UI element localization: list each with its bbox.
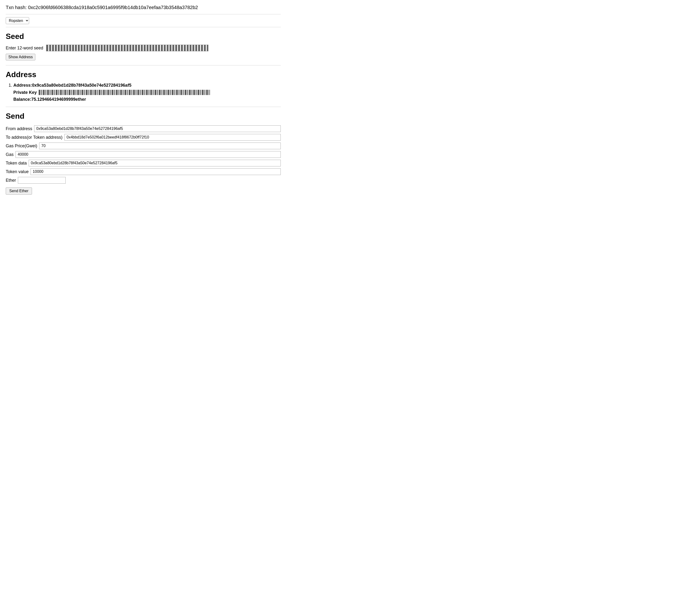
from-address-label: From address — [6, 126, 32, 131]
from-address-input[interactable] — [34, 125, 281, 132]
address-line: Address:0x9ca53a80ebd1d28b78f43a50e74e52… — [13, 83, 281, 88]
address-item-label: Address: — [13, 83, 32, 88]
address-item-1: Address:0x9ca53a80ebd1d28b78f43a50e74e52… — [13, 83, 281, 102]
balance-line: Balance:75.1294664194699999ether — [13, 97, 281, 102]
seed-section: Seed Enter 12-word seed Show Address — [6, 32, 281, 61]
seed-row: Enter 12-word seed — [6, 45, 281, 51]
seed-label: Enter 12-word seed — [6, 45, 43, 51]
address-title: Address — [6, 70, 281, 79]
gas-input[interactable] — [15, 151, 281, 158]
send-section: Send From address To address(or Token ad… — [6, 112, 281, 195]
network-selector-wrapper: Ropsten Mainnet Kovan Rinkeby — [6, 17, 281, 24]
divider-1 — [6, 14, 281, 14]
token-data-label: Token data — [6, 161, 27, 166]
private-key-blur — [39, 90, 211, 95]
divider-4 — [6, 107, 281, 107]
private-key-label: Private Key — [13, 90, 37, 95]
network-select[interactable]: Ropsten Mainnet Kovan Rinkeby — [6, 17, 29, 24]
gas-label: Gas — [6, 152, 14, 157]
seed-title: Seed — [6, 32, 281, 41]
send-ether-button[interactable]: Send Ether — [6, 187, 32, 195]
token-value-input[interactable] — [30, 168, 281, 175]
private-key-line: Private Key — [13, 90, 281, 95]
ether-row: Ether — [6, 177, 281, 184]
gas-price-input[interactable] — [39, 143, 281, 149]
txn-hash-label: Txn hash: — [6, 5, 27, 10]
token-data-input[interactable] — [29, 160, 281, 167]
txn-hash: Txn hash: 0xc2c906fd6606388cda1918a0c590… — [6, 5, 281, 10]
to-address-label: To address(or Token address) — [6, 135, 63, 140]
gas-price-label: Gas Price(Gwei) — [6, 144, 37, 148]
address-section: Address Address:0x9ca53a80ebd1d28b78f43a… — [6, 70, 281, 102]
token-data-row: Token data — [6, 160, 281, 167]
gas-price-row: Gas Price(Gwei) — [6, 143, 281, 149]
address-item-value: 0x9ca53a80ebd1d28b78f43a50e74e527284196a… — [32, 83, 131, 88]
balance-label: Balance: — [13, 97, 31, 102]
to-address-input[interactable] — [64, 134, 281, 141]
seed-input[interactable] — [46, 45, 208, 51]
token-value-label: Token value — [6, 169, 29, 174]
balance-value: 75.1294664194699999ether — [31, 97, 86, 102]
ether-label: Ether — [6, 178, 16, 183]
ether-input[interactable] — [18, 177, 66, 184]
txn-hash-value: 0xc2c906fd6606388cda1918a0c5901a6995f9b1… — [28, 5, 198, 10]
show-address-button[interactable]: Show Address — [6, 54, 35, 61]
token-value-row: Token value — [6, 168, 281, 175]
to-address-row: To address(or Token address) — [6, 134, 281, 141]
address-list: Address:0x9ca53a80ebd1d28b78f43a50e74e52… — [6, 83, 281, 102]
gas-row: Gas — [6, 151, 281, 158]
send-title: Send — [6, 112, 281, 121]
from-address-row: From address — [6, 125, 281, 132]
divider-2 — [6, 27, 281, 27]
